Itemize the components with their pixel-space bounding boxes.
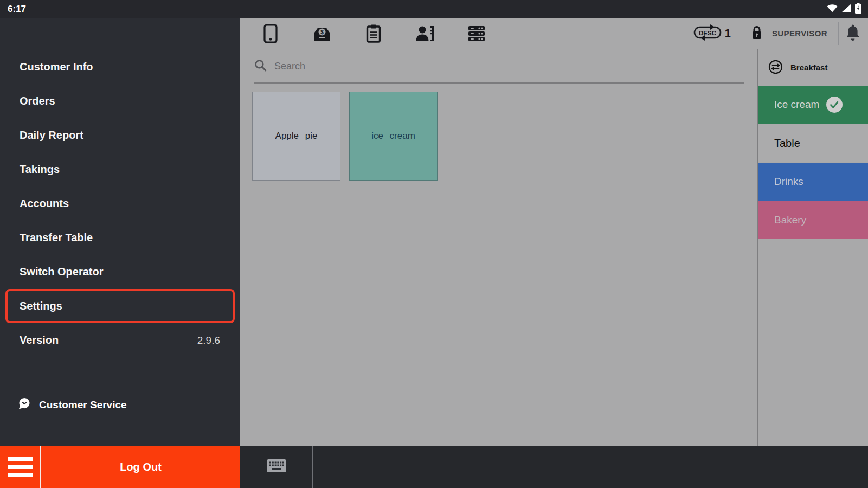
menu-item-label: Orders xyxy=(20,95,55,107)
menu-item-label: Daily Report xyxy=(20,129,83,142)
product-content: Apple pie ice cream xyxy=(240,50,757,446)
product-name: ice cream xyxy=(371,131,415,142)
menu-item-switch-operator[interactable]: Switch Operator xyxy=(0,255,240,289)
menu-list: Customer Info Orders Daily Report Taking… xyxy=(0,50,240,357)
toolbar-right-group: DESC 1 SUPERVISOR xyxy=(692,22,868,45)
menu-item-label: Takings xyxy=(20,163,60,176)
server-rack-icon[interactable] xyxy=(467,25,486,42)
search-input[interactable] xyxy=(274,61,744,72)
logout-section: Log Out xyxy=(0,446,240,488)
orders-clipboard-icon[interactable] xyxy=(364,24,383,43)
customer-icon[interactable] xyxy=(415,25,435,42)
category-label: Drinks xyxy=(774,176,803,188)
menu-item-label: Switch Operator xyxy=(20,266,103,278)
toolbar-icon-group: $ xyxy=(240,24,486,43)
category-header-label: Breakfast xyxy=(790,63,827,72)
menu-item-orders[interactable]: Orders xyxy=(0,84,240,118)
operator-name: SUPERVISOR xyxy=(772,29,827,38)
version-label: Version xyxy=(20,334,59,346)
version-number: 2.9.6 xyxy=(197,335,220,346)
menu-item-label: Settings xyxy=(20,300,62,312)
menu-item-label: Customer Info xyxy=(20,61,93,73)
status-bar: 6:17 xyxy=(0,0,868,18)
menu-item-label: Accounts xyxy=(20,197,69,210)
product-name: Apple pie xyxy=(275,131,318,142)
divider xyxy=(838,22,839,45)
menu-item-accounts[interactable]: Accounts xyxy=(0,187,240,221)
cash-drawer-icon[interactable]: $ xyxy=(312,25,332,42)
desc-count: 1 xyxy=(725,27,731,40)
desc-sort-badge[interactable]: DESC xyxy=(692,23,723,44)
wifi-icon xyxy=(827,4,838,15)
mobile-device-icon[interactable] xyxy=(261,24,280,43)
main-area: $ DESC xyxy=(240,18,868,446)
menu-item-customer-info[interactable]: Customer Info xyxy=(0,50,240,84)
menu-item-label: Transfer Table xyxy=(20,232,93,244)
keyboard-icon xyxy=(266,458,287,476)
category-table[interactable]: Table xyxy=(758,124,868,162)
category-panel: Breakfast Ice cream Table Drinks Bakery xyxy=(757,49,868,446)
search-bar xyxy=(254,50,744,84)
bottom-bar: Log Out xyxy=(0,446,868,488)
pos-app-screen: 6:17 Customer Info Orders Daily Report T… xyxy=(0,0,868,488)
swap-arrows-icon xyxy=(768,60,783,76)
desc-label: DESC xyxy=(699,29,716,36)
product-grid: Apple pie ice cream xyxy=(240,84,757,181)
hamburger-menu-button[interactable] xyxy=(0,446,41,488)
top-toolbar: $ DESC xyxy=(240,18,868,49)
menu-item-daily-report[interactable]: Daily Report xyxy=(0,118,240,152)
battery-charging-icon xyxy=(855,3,861,16)
category-header-breakfast[interactable]: Breakfast xyxy=(758,49,868,86)
menu-item-settings[interactable]: Settings xyxy=(5,289,235,323)
svg-text:$: $ xyxy=(320,29,324,35)
menu-item-takings[interactable]: Takings xyxy=(0,152,240,187)
logout-button[interactable]: Log Out xyxy=(41,446,240,488)
left-menu-sidebar: Customer Info Orders Daily Report Taking… xyxy=(0,18,240,446)
category-ice-cream[interactable]: Ice cream xyxy=(758,86,868,124)
lock-icon xyxy=(750,25,763,42)
category-label: Bakery xyxy=(774,214,806,226)
menu-item-transfer-table[interactable]: Transfer Table xyxy=(0,221,240,255)
product-card-ice-cream[interactable]: ice cream xyxy=(349,92,438,181)
category-label: Table xyxy=(774,137,800,150)
category-drinks[interactable]: Drinks xyxy=(758,163,868,201)
product-card-apple-pie[interactable]: Apple pie xyxy=(252,92,340,181)
keyboard-toggle-button[interactable] xyxy=(240,446,313,488)
notifications-bell-icon[interactable] xyxy=(844,24,861,43)
clock: 6:17 xyxy=(8,4,26,15)
customer-service-link[interactable]: Customer Service xyxy=(0,393,127,418)
menu-item-version: Version 2.9.6 xyxy=(0,323,240,357)
status-icons xyxy=(827,3,861,16)
category-bakery[interactable]: Bakery xyxy=(758,201,868,239)
search-icon xyxy=(254,59,267,74)
chat-bubble-icon xyxy=(18,397,30,413)
selected-check-icon xyxy=(826,97,843,113)
customer-service-label: Customer Service xyxy=(39,399,127,411)
cellular-signal-icon xyxy=(841,4,851,15)
hamburger-icon xyxy=(8,457,33,477)
category-label: Ice cream xyxy=(774,99,819,111)
